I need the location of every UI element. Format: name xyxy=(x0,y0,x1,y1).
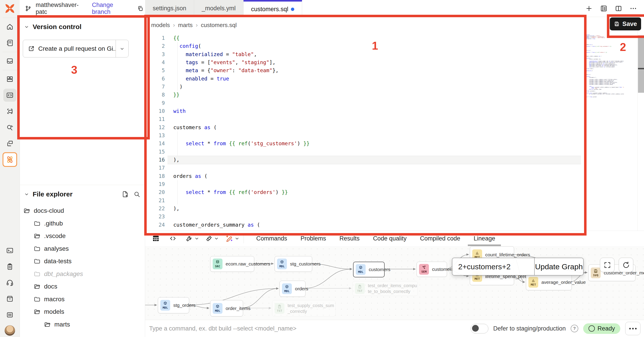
chevron-down-icon[interactable] xyxy=(24,24,30,30)
dbt-logo[interactable] xyxy=(0,0,20,17)
chevron-down-icon[interactable] xyxy=(214,236,219,241)
command-input[interactable]: Type a command, ex. dbt build --select <… xyxy=(145,325,471,332)
lineage-node-ecom.raw_customers[interactable]: SRCecom.raw_customers xyxy=(210,256,254,272)
bottom-tab-commands[interactable]: Commands xyxy=(256,231,287,246)
editor-scrollbar[interactable] xyxy=(638,17,644,231)
tree-item-.vscode[interactable]: .vscode xyxy=(20,230,145,243)
branch-control: matthewshaver-patc Change branch xyxy=(20,0,145,17)
search-icon[interactable] xyxy=(133,191,140,198)
tab-_models.yml[interactable]: _models.yml xyxy=(194,0,244,17)
rail-headset-icon[interactable] xyxy=(0,275,20,291)
breadcrumb-file[interactable]: customers.sql xyxy=(201,22,236,29)
tree-item-data-tests[interactable]: data-tests xyxy=(20,255,145,268)
new-file-icon[interactable] xyxy=(122,191,129,198)
tree-item-.github[interactable]: .github xyxy=(20,217,145,230)
rail-blocks-icon[interactable] xyxy=(0,71,20,87)
help-icon[interactable]: ? xyxy=(571,325,578,332)
terminal-icon xyxy=(3,244,16,257)
rail-lineage-search-icon[interactable] xyxy=(0,119,20,135)
scrollbar-handle[interactable] xyxy=(638,68,644,69)
rail-windows-icon[interactable] xyxy=(0,135,20,152)
change-branch-link[interactable]: Change branch xyxy=(92,1,132,15)
compile-code-icon[interactable] xyxy=(168,235,178,242)
rail-clipboard-icon[interactable] xyxy=(0,259,20,275)
preview-table-icon[interactable] xyxy=(150,234,162,243)
side-panel: Version control Create a pull request on… xyxy=(20,17,145,337)
refresh-graph-button[interactable] xyxy=(619,258,633,272)
bottom-tab-lineage[interactable]: Lineage xyxy=(474,231,495,246)
more-options-icon[interactable] xyxy=(628,3,638,13)
lineage-node-order_items[interactable]: MDLorder_items xyxy=(210,300,243,317)
toolbar-divider xyxy=(244,234,244,243)
fullscreen-icon xyxy=(604,261,611,269)
tree-item-macros[interactable]: macros xyxy=(20,293,145,306)
split-editor-icon[interactable] xyxy=(614,3,624,13)
git-branch-icon xyxy=(23,3,33,13)
bottom-tab-compiled-code[interactable]: Compiled code xyxy=(420,231,460,246)
lineage-node-stg_orders[interactable]: MDLstg_orders xyxy=(158,297,189,313)
ready-status-badge[interactable]: Ready xyxy=(583,323,620,334)
copy-branch-icon[interactable] xyxy=(136,3,145,13)
rail-inbox-icon[interactable] xyxy=(0,53,20,69)
tree-item-docs[interactable]: docs xyxy=(20,280,145,293)
clipboard-icon xyxy=(3,260,16,273)
archive-icon xyxy=(3,292,16,305)
node-label: order_items xyxy=(226,306,250,311)
fullscreen-button[interactable] xyxy=(600,258,614,272)
minimap[interactable]: {{ config( materialized = "table", tags … xyxy=(584,33,624,101)
bottom-tab-code-quality[interactable]: Code quality xyxy=(373,231,406,246)
lineage-node-stg_customers[interactable]: MDLstg_customers xyxy=(274,256,312,272)
tree-item-models[interactable]: models xyxy=(20,306,145,318)
rail-frame-icon[interactable] xyxy=(0,103,20,119)
frame-icon xyxy=(3,105,16,118)
rail-code-editor-icon[interactable] xyxy=(0,87,20,103)
lineage-node-test_order_items_compute_to_bools_correctly[interactable]: TSTtest_order_items_compute_to_bools_cor… xyxy=(352,281,418,296)
new-tab-icon[interactable] xyxy=(584,3,594,13)
create-pr-button[interactable]: Create a pull request on Gi... xyxy=(23,40,128,57)
rail-terminal-icon[interactable] xyxy=(0,243,20,259)
rail-columns-icon[interactable] xyxy=(0,307,20,323)
rail-catalyst-icon[interactable] xyxy=(0,152,20,168)
save-button[interactable]: Save xyxy=(610,17,641,30)
chevron-down-icon[interactable] xyxy=(234,236,240,241)
tab-settings.json[interactable]: settings.json xyxy=(145,0,194,17)
tab-customers.sql[interactable]: customers.sql xyxy=(244,0,302,17)
bottom-tabs: CommandsProblemsResultsCode qualityCompi… xyxy=(256,231,495,246)
tree-item-label: .github xyxy=(44,220,63,227)
tree-item-dbt_packages[interactable]: dbt_packages xyxy=(20,268,145,281)
tree-item-marts[interactable]: marts xyxy=(20,318,145,331)
defer-toggle[interactable] xyxy=(471,324,488,334)
bottom-tab-problems[interactable]: Problems xyxy=(300,231,326,246)
copilot-sparkle-pen-icon[interactable] xyxy=(224,234,235,243)
rail-archive-icon[interactable] xyxy=(0,291,20,307)
rail-notebook-icon[interactable] xyxy=(0,35,20,51)
breadcrumb-models[interactable]: models xyxy=(151,22,170,29)
code-editor[interactable]: {{ config( materialized = "table", tags … xyxy=(173,34,577,229)
breadcrumb: models › marts › customers.sql xyxy=(151,22,237,29)
lineage-node-orders[interactable]: MDLorders xyxy=(280,281,306,297)
user-avatar[interactable] xyxy=(4,325,15,336)
format-broom-icon[interactable] xyxy=(204,235,214,242)
pr-dropdown-caret[interactable] xyxy=(116,40,128,57)
lineage-node-customers_sem[interactable]: SEMcustomers xyxy=(416,262,447,277)
node-label: stg_customers xyxy=(290,261,321,267)
scrollbar-thumb[interactable] xyxy=(638,35,644,93)
graph-search-input[interactable]: 2+customers+2 xyxy=(452,258,534,275)
lineage-canvas[interactable]: SRCecom.raw_customersMDLstg_customersMDL… xyxy=(145,246,644,320)
lineage-node-customers[interactable]: MDLcustomers xyxy=(353,262,384,277)
lineage-node-test_supply_costs_sum_correctly[interactable]: TSTtest_supply_costs_sum_correctly xyxy=(272,300,336,317)
rail-home-icon[interactable] xyxy=(0,19,20,35)
windows-icon xyxy=(3,137,16,150)
status-more-button[interactable] xyxy=(625,322,640,335)
panel-list-icon[interactable] xyxy=(599,3,609,13)
lineage-node-average_order_value[interactable]: METaverage_order_value xyxy=(526,274,572,290)
tree-item-docs-cloud[interactable]: docs-cloud xyxy=(20,205,145,217)
save-icon xyxy=(614,21,620,27)
bottom-tab-results[interactable]: Results xyxy=(340,231,360,246)
update-graph-button[interactable]: Update Graph xyxy=(534,258,583,275)
chevron-down-icon[interactable] xyxy=(24,191,30,197)
breadcrumb-marts[interactable]: marts xyxy=(178,22,193,29)
build-wrench-icon[interactable] xyxy=(184,235,195,242)
tree-item-analyses[interactable]: analyses xyxy=(20,243,145,255)
chevron-down-icon[interactable] xyxy=(194,236,200,241)
